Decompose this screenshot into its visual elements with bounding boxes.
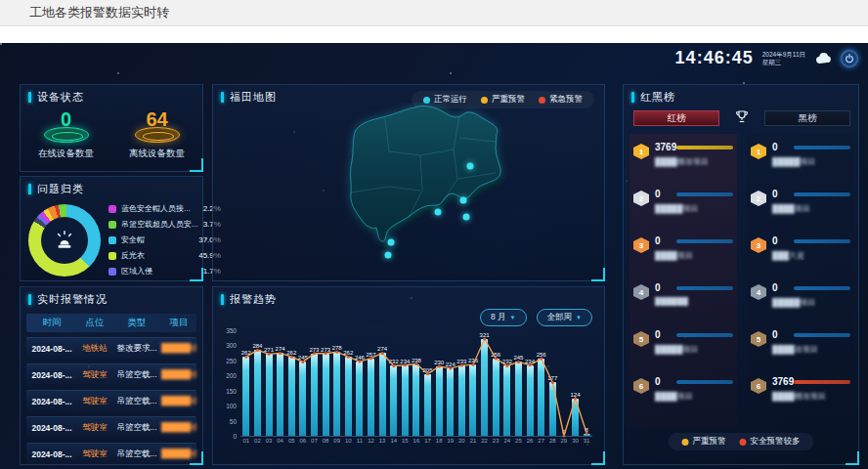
medal-badge: 5 bbox=[751, 331, 766, 347]
x-tick: 22 bbox=[479, 438, 491, 444]
online-count: 0 bbox=[61, 109, 71, 129]
y-tick: 300 bbox=[226, 342, 237, 349]
project-name: █████项目 bbox=[655, 344, 733, 355]
tab-red-list[interactable]: 红榜 bbox=[633, 110, 719, 126]
medal-badge: 4 bbox=[751, 284, 766, 300]
medal-badge: 4 bbox=[633, 284, 649, 300]
rank-bar bbox=[794, 146, 850, 149]
x-tick: 13 bbox=[376, 438, 388, 444]
table-row: 2024-08-...驾驶室吊篮空载...█████楼... bbox=[26, 443, 196, 464]
rank-bar bbox=[676, 192, 733, 196]
site-marker[interactable] bbox=[463, 214, 470, 221]
pedestal-icon bbox=[135, 127, 180, 143]
x-tick: 23 bbox=[490, 438, 501, 444]
trend-plot: 2622842712742622452732732782622462572742… bbox=[240, 330, 592, 436]
district-map bbox=[213, 103, 606, 282]
rank-entry: 4 0 ██████ bbox=[633, 277, 733, 323]
rank-entry: 5 0 █████项目 bbox=[633, 323, 733, 370]
project-name: ████棚改项目 bbox=[655, 156, 733, 167]
ranking-lists: 1 3769 ████棚改项目2 0 █████项目3 0 ████项目4 0 … bbox=[624, 134, 860, 427]
y-tick: 100 bbox=[226, 403, 237, 409]
window-title: 工地各类报警数据实时转 bbox=[29, 4, 169, 21]
site-marker[interactable] bbox=[435, 209, 442, 216]
legend-item: 吊篮空载超员人员安...3.7% bbox=[108, 219, 221, 230]
rank-value: 0 bbox=[655, 329, 661, 340]
rank-value: 0 bbox=[655, 189, 661, 199]
rank-bar bbox=[676, 239, 733, 243]
y-tick: 150 bbox=[226, 387, 237, 394]
project-name: ████棚改项目 bbox=[772, 391, 850, 402]
site-marker[interactable] bbox=[388, 239, 395, 246]
x-tick: 04 bbox=[275, 438, 286, 444]
table-row: 2024-08-...驾驶室吊篮空载...█████楼... bbox=[26, 390, 196, 411]
rank-bar bbox=[676, 146, 733, 149]
stat-online-devices: 0 在线设备数量 bbox=[38, 109, 94, 160]
x-tick: 27 bbox=[536, 438, 547, 444]
medal-badge: 6 bbox=[633, 378, 649, 394]
rank-value: 3769 bbox=[772, 376, 794, 387]
project-name: █████项目 bbox=[772, 297, 850, 308]
site-marker[interactable] bbox=[460, 197, 467, 204]
power-button[interactable] bbox=[841, 50, 858, 67]
project-name: ████改项目 bbox=[772, 344, 850, 355]
rank-bar bbox=[676, 286, 733, 290]
rank-value: 0 bbox=[772, 235, 778, 246]
problem-donut-chart bbox=[28, 204, 101, 277]
panel-problem-classification: 问题归类 蓝色安全帽人员接...2.2%吊篮空载超员人员安...3.7%安全帽3… bbox=[20, 176, 203, 281]
cloud-icon bbox=[814, 50, 832, 67]
offline-label: 离线设备数量 bbox=[129, 148, 185, 160]
site-marker[interactable] bbox=[385, 252, 392, 259]
problem-legend: 蓝色安全帽人员接...2.2%吊篮空载超员人员安...3.7%安全帽37.0%反… bbox=[108, 203, 221, 277]
rank-bar bbox=[794, 380, 850, 384]
rank-entry: 6 3769 ████棚改项目 bbox=[751, 370, 850, 417]
x-tick: 31 bbox=[581, 438, 592, 444]
panel-alarm-trend: 报警趋势 8 月▼ 全部周▼ 050100150200250300350 262… bbox=[212, 286, 605, 465]
chevron-down-icon: ▼ bbox=[576, 315, 582, 320]
tab-black-list[interactable]: 黑榜 bbox=[764, 110, 850, 126]
panel-title: 实时报警情况 bbox=[37, 292, 108, 307]
y-tick: 200 bbox=[226, 372, 237, 379]
rank-entry: 5 0 ████改项目 bbox=[751, 323, 850, 370]
panel-red-black-ranking: 红黑榜 红榜 黑榜 1 3769 ████棚改项目2 0 bbox=[623, 84, 859, 465]
rank-bar bbox=[794, 333, 850, 337]
rank-entry: 2 0 █████项目 bbox=[633, 183, 733, 230]
title-accent bbox=[28, 294, 31, 305]
site-marker[interactable] bbox=[467, 163, 474, 170]
alarm-table-header: 时间 点位 类型 项目 bbox=[26, 314, 196, 332]
week-dropdown[interactable]: 全部周▼ bbox=[537, 309, 592, 326]
x-tick: 25 bbox=[513, 438, 525, 444]
table-row: 2024-08-...驾驶室吊篮空载...█████楼... bbox=[26, 363, 196, 385]
title-accent bbox=[631, 92, 634, 103]
starfield-decoration bbox=[0, 43, 2, 45]
legend-item: 蓝色安全帽人员接...2.2% bbox=[108, 203, 221, 214]
x-tick: 10 bbox=[342, 438, 354, 444]
red-list-column: 1 3769 ████棚改项目2 0 █████项目3 0 ████项目4 0 … bbox=[629, 134, 737, 427]
legend-severe-warning: 严重预警 bbox=[682, 436, 726, 448]
project-name: ████项目 bbox=[655, 250, 733, 261]
ranking-tabs: 红榜 黑榜 bbox=[624, 108, 860, 128]
rank-value: 3769 bbox=[655, 142, 676, 152]
title-accent bbox=[28, 92, 31, 103]
rank-value: 0 bbox=[772, 329, 778, 340]
legend-item: 区域入侵1.7% bbox=[108, 266, 221, 277]
trend-x-axis: 0102030405060708091011121314151617181920… bbox=[240, 438, 592, 444]
rank-bar bbox=[794, 239, 850, 243]
trend-filters: 8 月▼ 全部周▼ bbox=[480, 309, 592, 326]
medal-badge: 5 bbox=[633, 331, 649, 347]
y-tick: 50 bbox=[230, 417, 237, 424]
x-tick: 06 bbox=[297, 438, 309, 444]
x-tick: 15 bbox=[400, 438, 412, 444]
rank-bar bbox=[794, 286, 850, 290]
legend-item: 安全帽37.0% bbox=[108, 234, 221, 245]
x-tick: 29 bbox=[558, 438, 570, 444]
x-tick: 17 bbox=[422, 438, 434, 444]
rank-bar bbox=[794, 192, 850, 196]
medal-badge: 6 bbox=[751, 378, 766, 394]
panel-title: 红黑榜 bbox=[640, 90, 675, 105]
rank-entry: 1 0 █████项目 bbox=[751, 136, 850, 183]
rank-entry: 4 0 █████项目 bbox=[751, 277, 850, 323]
rank-value: 0 bbox=[772, 142, 778, 152]
offline-count: 64 bbox=[146, 109, 167, 129]
medal-badge: 2 bbox=[751, 191, 766, 206]
month-dropdown[interactable]: 8 月▼ bbox=[480, 309, 527, 326]
